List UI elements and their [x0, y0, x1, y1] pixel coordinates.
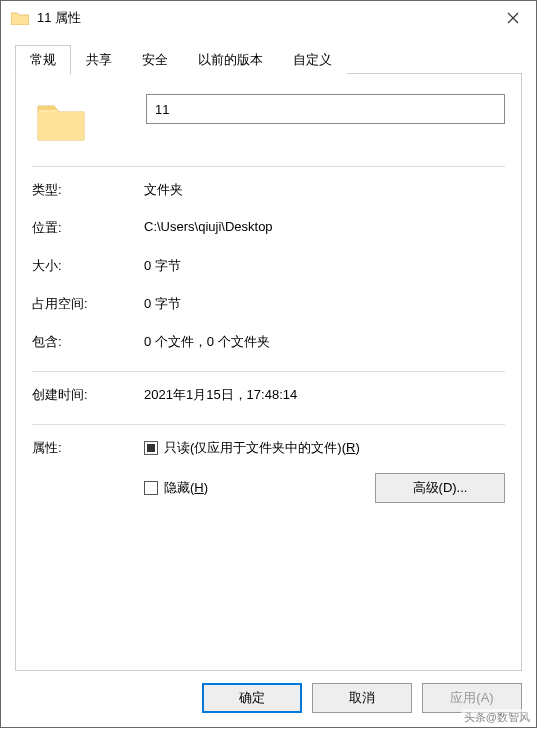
- hidden-label[interactable]: 隐藏(H): [164, 479, 208, 497]
- row-size: 大小: 0 字节: [32, 257, 505, 275]
- value-size: 0 字节: [144, 257, 505, 275]
- folder-large-icon: [36, 98, 86, 142]
- attributes-controls: 只读(仅应用于文件夹中的文件)(R) 隐藏(H) 高级(D)...: [144, 439, 505, 503]
- label-location: 位置:: [32, 219, 144, 237]
- label-size-on-disk: 占用空间:: [32, 295, 144, 313]
- folder-icon: [11, 11, 29, 25]
- readonly-label-after: ): [355, 440, 359, 455]
- readonly-row: 只读(仅应用于文件夹中的文件)(R): [144, 439, 505, 457]
- tab-content: 类型: 文件夹 位置: C:\Users\qiuji\Desktop 大小: 0…: [15, 74, 522, 671]
- hidden-hotkey: H: [194, 480, 203, 495]
- divider: [32, 371, 505, 372]
- label-created: 创建时间:: [32, 386, 144, 404]
- value-size-on-disk: 0 字节: [144, 295, 505, 313]
- header-row: [32, 94, 505, 142]
- tab-share[interactable]: 共享: [71, 45, 127, 74]
- value-created: 2021年1月15日，17:48:14: [144, 386, 505, 404]
- close-button[interactable]: [490, 1, 536, 35]
- tab-security[interactable]: 安全: [127, 45, 183, 74]
- dialog-button-bar: 确定 取消 应用(A): [1, 671, 536, 727]
- hidden-advanced-row: 隐藏(H) 高级(D)...: [144, 473, 505, 503]
- folder-name-input[interactable]: [146, 94, 505, 124]
- row-contains: 包含: 0 个文件，0 个文件夹: [32, 333, 505, 351]
- hidden-row: 隐藏(H): [144, 479, 208, 497]
- cancel-button[interactable]: 取消: [312, 683, 412, 713]
- hidden-checkbox[interactable]: [144, 481, 158, 495]
- tab-custom[interactable]: 自定义: [278, 45, 347, 74]
- row-size-on-disk: 占用空间: 0 字节: [32, 295, 505, 313]
- hidden-label-text: 隐藏(: [164, 480, 194, 495]
- value-contains: 0 个文件，0 个文件夹: [144, 333, 505, 351]
- tab-strip: 常规 共享 安全 以前的版本 自定义: [1, 45, 536, 74]
- close-icon: [507, 12, 519, 24]
- properties-dialog: 11 属性 常规 共享 安全 以前的版本 自定义 类型: 文件夹: [0, 0, 537, 728]
- readonly-label[interactable]: 只读(仅应用于文件夹中的文件)(R): [164, 439, 360, 457]
- tab-previous-versions[interactable]: 以前的版本: [183, 45, 278, 74]
- tab-general[interactable]: 常规: [15, 45, 71, 75]
- advanced-button[interactable]: 高级(D)...: [375, 473, 505, 503]
- label-attributes: 属性:: [32, 439, 144, 503]
- watermark: 头条@数智风: [461, 709, 533, 726]
- window-title: 11 属性: [37, 9, 490, 27]
- hidden-label-after: ): [204, 480, 208, 495]
- readonly-label-text: 只读(仅应用于文件夹中的文件)(: [164, 440, 346, 455]
- value-type: 文件夹: [144, 181, 505, 199]
- attributes-section: 属性: 只读(仅应用于文件夹中的文件)(R) 隐藏(H) 高级(D)...: [32, 439, 505, 503]
- divider: [32, 166, 505, 167]
- readonly-hotkey: R: [346, 440, 355, 455]
- label-size: 大小:: [32, 257, 144, 275]
- readonly-checkbox[interactable]: [144, 441, 158, 455]
- row-type: 类型: 文件夹: [32, 181, 505, 199]
- ok-button[interactable]: 确定: [202, 683, 302, 713]
- titlebar: 11 属性: [1, 1, 536, 35]
- divider: [32, 424, 505, 425]
- label-contains: 包含:: [32, 333, 144, 351]
- row-location: 位置: C:\Users\qiuji\Desktop: [32, 219, 505, 237]
- value-location: C:\Users\qiuji\Desktop: [144, 219, 505, 237]
- row-created: 创建时间: 2021年1月15日，17:48:14: [32, 386, 505, 404]
- label-type: 类型:: [32, 181, 144, 199]
